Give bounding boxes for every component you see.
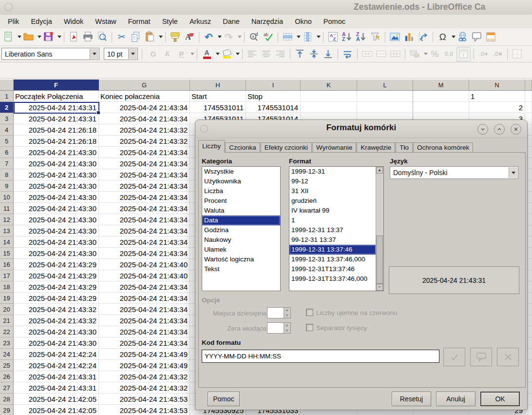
cell[interactable]: [525, 91, 532, 102]
format-item[interactable]: 1999-12-31 13:37: [289, 225, 376, 235]
language-combo[interactable]: Domyślny - Polski: [390, 166, 518, 179]
row-header-10[interactable]: 10: [0, 192, 14, 203]
dropdown-arrow-icon[interactable]: [216, 53, 220, 55]
cell-G19[interactable]: 2025-04-24 21:43:34: [99, 293, 190, 304]
format-list-scrollbar[interactable]: [376, 167, 383, 291]
column-header-M[interactable]: M: [413, 79, 469, 91]
format-item[interactable]: 1999-12-31: [289, 167, 376, 177]
column-header-G[interactable]: G: [99, 79, 190, 91]
row-header-14[interactable]: 14: [0, 237, 14, 248]
category-item[interactable]: Procent: [202, 196, 280, 206]
highlight-color-button[interactable]: [220, 47, 233, 61]
new-document-button[interactable]: [2, 30, 15, 44]
sort-descending-button[interactable]: ZA: [355, 30, 368, 44]
menu-okno[interactable]: Okno: [289, 16, 318, 27]
insert-image-button[interactable]: [388, 30, 401, 44]
cell-G8[interactable]: 2025-04-24 21:43:34: [99, 169, 190, 180]
cell-F17[interactable]: 2025-04-24 21:43:29: [14, 270, 99, 281]
row-header-2[interactable]: 2: [0, 102, 14, 113]
cell-G15[interactable]: 2025-04-24 21:43:34: [99, 248, 190, 259]
dropdown-arrow-icon[interactable]: [18, 36, 21, 38]
ok-button[interactable]: OK: [480, 392, 520, 406]
rolldown-button[interactable]: [477, 124, 488, 135]
column-header-L[interactable]: L: [357, 79, 413, 91]
align-top-button[interactable]: [293, 47, 306, 61]
format-item[interactable]: 1999-12-31T13:37:46: [289, 264, 376, 274]
copy-button[interactable]: [129, 30, 142, 44]
row-header-8[interactable]: 8: [0, 169, 14, 180]
format-item[interactable]: 99-12-31 13:37: [289, 235, 376, 245]
cell-G4[interactable]: 2025-04-24 21:43:32: [99, 124, 190, 136]
tab-tło[interactable]: Tło: [396, 142, 413, 153]
cell-F6[interactable]: 2025-04-24 21:43:30: [14, 147, 99, 158]
cut-button[interactable]: ✂: [115, 30, 128, 44]
select-all-corner[interactable]: [0, 79, 14, 91]
dropdown-arrow-icon[interactable]: [452, 36, 456, 38]
cell-F22[interactable]: 2025-04-24 21:43:30: [14, 326, 99, 337]
row-header-5[interactable]: 5: [0, 136, 14, 147]
freeze-panes-button[interactable]: [417, 30, 430, 44]
close-button[interactable]: [511, 124, 521, 135]
cell-G14[interactable]: 2025-04-24 21:43:34: [99, 237, 190, 248]
category-item[interactable]: Tekst: [202, 264, 280, 274]
row-header-16[interactable]: 16: [0, 259, 14, 270]
cell-G12[interactable]: 2025-04-24 21:43:34: [99, 214, 190, 225]
cell-N1[interactable]: 1: [469, 91, 525, 102]
dropdown-arrow-icon[interactable]: [297, 36, 301, 38]
cell-F28[interactable]: 2025-04-24 21:42:05: [14, 394, 99, 405]
cell-F19[interactable]: 2025-04-24 21:43:29: [14, 293, 99, 304]
clone-formatting-button[interactable]: [169, 30, 182, 44]
row-header-25[interactable]: 25: [0, 360, 14, 371]
format-item[interactable]: 1999-12-31 13:37:46: [289, 245, 376, 255]
sort-ascending-button[interactable]: AZ: [341, 30, 354, 44]
wrap-text-button[interactable]: [341, 47, 354, 61]
tab-efekty-czcionki[interactable]: Efekty czcionki: [261, 142, 312, 153]
cell-F26[interactable]: 2025-04-24 21:43:31: [14, 371, 99, 382]
format-item[interactable]: 31 XII: [289, 186, 376, 196]
category-item[interactable]: Godzina: [202, 225, 280, 235]
menu-edycja[interactable]: Edycja: [25, 16, 58, 27]
cell-F25[interactable]: 2025-04-24 21:42:24: [14, 360, 99, 371]
cell-G21[interactable]: 2025-04-24 21:43:34: [99, 315, 190, 326]
cell-G13[interactable]: 2025-04-24 21:43:34: [99, 225, 190, 237]
spelling-button[interactable]: ab: [262, 30, 275, 44]
cell-F3[interactable]: 2025-04-24 21:43:31: [14, 113, 99, 124]
row-header-29[interactable]: 29: [0, 405, 14, 415]
cell-G23[interactable]: 2025-04-24 21:43:34: [99, 337, 190, 349]
rollup-button[interactable]: [494, 124, 505, 135]
cell-G29[interactable]: 2025-04-24 21:43:53: [99, 405, 190, 415]
paste-button[interactable]: [143, 30, 156, 44]
cell-L2[interactable]: [357, 102, 413, 113]
format-item[interactable]: 1999-12-31 13:37:46,000: [289, 255, 376, 264]
dropdown-arrow-icon[interactable]: [317, 36, 321, 38]
cell-G24[interactable]: 2025-04-24 21:43:49: [99, 349, 190, 360]
cell-F27[interactable]: 2025-04-24 21:43:31: [14, 382, 99, 394]
cell-G1[interactable]: Koniec połaczenia: [99, 91, 190, 102]
cell-F11[interactable]: 2025-04-24 21:43:30: [14, 203, 99, 214]
dropdown-arrow-icon[interactable]: [57, 36, 61, 38]
menu-wstaw[interactable]: Wstaw: [89, 16, 122, 27]
reset-button[interactable]: Resetuj: [392, 392, 431, 406]
hyperlink-button[interactable]: [456, 30, 469, 44]
undo-button[interactable]: ↶: [202, 30, 215, 44]
category-item[interactable]: Wartość logiczna: [202, 255, 280, 264]
column-header-H[interactable]: H: [190, 79, 246, 91]
align-bottom-button[interactable]: [322, 47, 335, 61]
category-item[interactable]: Naukowy: [202, 235, 280, 245]
print-preview-button[interactable]: [95, 30, 109, 44]
cell-F18[interactable]: 2025-04-24 21:43:29: [14, 281, 99, 293]
category-item[interactable]: Liczba: [202, 186, 280, 196]
cell-G22[interactable]: 2025-04-24 21:43:34: [99, 326, 190, 337]
autofilter-button[interactable]: [369, 30, 382, 44]
cell-G17[interactable]: 2025-04-24 21:43:40: [99, 270, 190, 281]
cell-K2[interactable]: [301, 102, 357, 113]
row-header-20[interactable]: 20: [0, 304, 14, 315]
cell-G18[interactable]: 2025-04-24 21:43:34: [99, 281, 190, 293]
menu-dane[interactable]: Dane: [217, 16, 246, 27]
cell-F12[interactable]: 2025-04-24 21:43:30: [14, 214, 99, 225]
cell-G11[interactable]: 2025-04-24 21:43:34: [99, 203, 190, 214]
save-button[interactable]: [42, 30, 55, 44]
tab-ochrona-komórek[interactable]: Ochrona komórek: [413, 142, 473, 153]
font-color-button[interactable]: A: [200, 47, 213, 61]
cell-F23[interactable]: 2025-04-24 21:43:30: [14, 337, 99, 349]
